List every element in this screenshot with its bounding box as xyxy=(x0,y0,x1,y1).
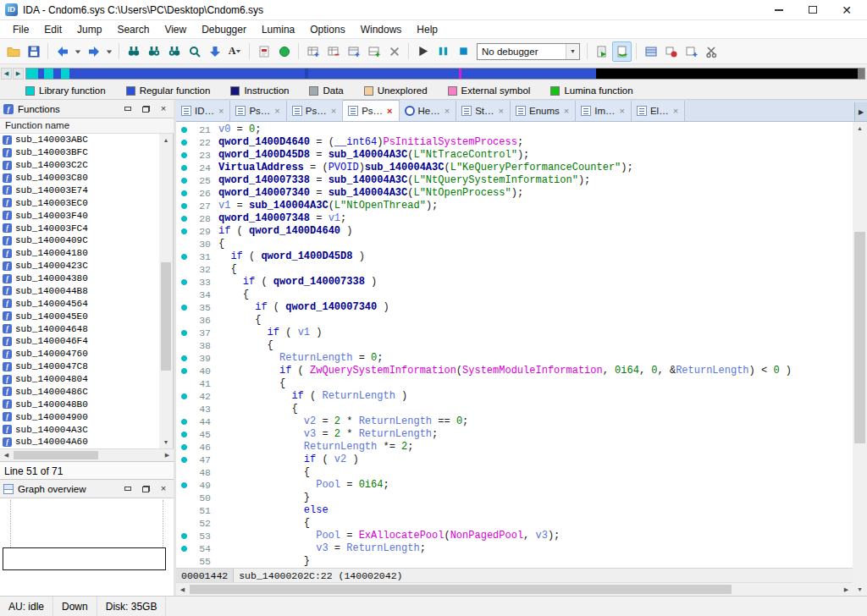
breakpoint-gutter[interactable] xyxy=(176,178,191,184)
code-line[interactable]: 36 { xyxy=(176,314,853,327)
breakpoint-gutter[interactable] xyxy=(176,457,191,463)
function-row[interactable]: fsub_140003C80 xyxy=(0,172,159,184)
member-add-icon[interactable] xyxy=(364,41,384,62)
breakpoint-gutter[interactable] xyxy=(176,140,191,146)
segments-icon[interactable] xyxy=(641,41,660,62)
minimize-button[interactable] xyxy=(762,0,796,19)
search-data-icon[interactable] xyxy=(144,41,163,62)
breakpoint-gutter[interactable] xyxy=(176,203,191,209)
tab-pseudocode[interactable]: Ps…× xyxy=(230,101,286,121)
breakpoint-gutter[interactable] xyxy=(176,165,191,171)
code-line[interactable]: 49 Pool = 0i64; xyxy=(176,479,853,492)
navigate-back-icon[interactable] xyxy=(52,41,72,62)
code-line[interactable]: 40 if ( ZwQuerySystemInformation(SystemM… xyxy=(176,365,853,377)
tab-scroll-right-icon[interactable]: ▶ xyxy=(854,102,867,121)
breakpoint-gutter[interactable] xyxy=(176,190,191,196)
code-vscroll-thumb[interactable] xyxy=(854,232,865,443)
tab-enums[interactable]: Enums× xyxy=(511,101,576,121)
ascii-string-icon[interactable]: A xyxy=(225,41,245,62)
open-file-icon[interactable] xyxy=(3,41,23,62)
code-line[interactable]: 51 else xyxy=(176,504,853,517)
code-line[interactable]: 26qword_140007340 = sub_140004A3C(L"NtOp… xyxy=(176,187,853,200)
breakpoint-gutter[interactable] xyxy=(176,368,191,374)
code-line[interactable]: 45 v3 = 2 * ReturnLength; xyxy=(176,428,853,441)
tab-pseudocode[interactable]: Ps…× xyxy=(287,101,343,121)
code-line[interactable]: 55 } xyxy=(176,555,853,568)
graph-overview-canvas[interactable] xyxy=(0,498,174,596)
tab-ida-view[interactable]: ID…× xyxy=(176,101,230,121)
code-line[interactable]: 23qword_1400D45D8 = sub_140004A3C(L"NtTr… xyxy=(176,149,853,162)
tab-close-icon[interactable]: × xyxy=(273,106,280,116)
scroll-left-icon[interactable]: ◀ xyxy=(176,583,189,596)
code-line[interactable]: 53 Pool = ExAllocatePool(NonPagedPool, v… xyxy=(176,530,853,542)
navband-scroll-right-icon[interactable]: ▶ xyxy=(13,68,24,80)
function-row[interactable]: fsub_140003F40 xyxy=(0,209,159,222)
function-row[interactable]: fsub_140004804 xyxy=(0,373,159,386)
search-text-icon[interactable] xyxy=(164,41,184,62)
code-line[interactable]: 54 v3 = ReturnLength; xyxy=(176,542,853,555)
function-row[interactable]: fsub_140003EC0 xyxy=(0,196,159,209)
lumina-icon[interactable] xyxy=(274,41,294,62)
menu-lumina[interactable]: Lumina xyxy=(254,21,302,38)
scroll-right-icon[interactable]: ▶ xyxy=(161,449,174,461)
navigation-band[interactable] xyxy=(25,68,865,80)
breakpoint-gutter[interactable] xyxy=(176,533,191,539)
scroll-up-icon[interactable]: ▲ xyxy=(853,122,867,135)
graph-viewport-rect[interactable] xyxy=(3,547,166,570)
panel-float-button[interactable] xyxy=(139,103,152,115)
function-row[interactable]: fsub_140004564 xyxy=(0,297,159,310)
code-line[interactable]: 39 ReturnLength = 0; xyxy=(176,352,853,365)
breakpoint-gutter[interactable] xyxy=(176,127,191,133)
breakpoint-gutter[interactable] xyxy=(176,279,191,285)
function-row[interactable]: fsub_1400046F4 xyxy=(0,335,159,348)
menu-view[interactable]: View xyxy=(157,21,194,38)
code-line[interactable]: 28qword_140007348 = v1; xyxy=(176,212,853,225)
code-line[interactable]: 46 ReturnLength *= 2; xyxy=(176,441,853,454)
function-row[interactable]: fsub_1400047C8 xyxy=(0,360,159,373)
code-vscrollbar[interactable]: ▲ ▼ xyxy=(853,122,867,596)
function-row[interactable]: fsub_140004A60 xyxy=(0,436,159,448)
functions-hscroll-thumb[interactable] xyxy=(14,451,98,459)
tab-close-icon[interactable]: × xyxy=(563,106,570,116)
patch-program-icon[interactable] xyxy=(702,41,721,62)
function-row[interactable]: fsub_1400048B0 xyxy=(0,398,159,410)
menu-search[interactable]: Search xyxy=(109,21,157,38)
start-process-icon[interactable] xyxy=(413,41,433,62)
menu-windows[interactable]: Windows xyxy=(353,21,410,38)
code-hscroll-thumb[interactable] xyxy=(190,585,732,594)
breakpoint-list-icon[interactable] xyxy=(661,41,681,62)
scroll-right-icon[interactable]: ▶ xyxy=(840,583,853,596)
union-add-icon[interactable] xyxy=(344,41,363,62)
code-line[interactable]: 33 if ( qword_140007338 ) xyxy=(176,276,853,289)
breakpoint-gutter[interactable] xyxy=(176,393,191,399)
close-button[interactable]: ✕ xyxy=(830,0,864,19)
code-line[interactable]: 22qword_1400D4640 = (__int64)PsInitialSy… xyxy=(176,136,853,149)
menu-options[interactable]: Options xyxy=(302,21,352,38)
tab-structures[interactable]: St…× xyxy=(456,101,511,121)
breakpoint-gutter[interactable] xyxy=(176,444,191,450)
breakpoint-gutter[interactable] xyxy=(176,228,191,234)
attach-process-icon[interactable] xyxy=(592,41,611,62)
tab-imports[interactable]: Im…× xyxy=(576,101,632,121)
breakpoint-gutter[interactable] xyxy=(176,419,191,425)
tab-close-icon[interactable]: × xyxy=(330,106,337,116)
functions-vscroll-thumb[interactable] xyxy=(161,262,171,371)
script-command-icon[interactable] xyxy=(254,41,273,62)
functions-vscrollbar[interactable]: ▲ ▼ xyxy=(159,134,173,448)
function-row[interactable]: fsub_14000423C xyxy=(0,260,159,272)
function-row[interactable]: fsub_14000486C xyxy=(0,386,159,399)
menu-help[interactable]: Help xyxy=(409,21,445,38)
breakpoint-gutter[interactable] xyxy=(176,355,191,361)
maximize-button[interactable] xyxy=(796,0,830,19)
code-line[interactable]: 24VirtualAddress = (PVOID)sub_140004A3C(… xyxy=(176,162,853,174)
code-line[interactable]: 35 if ( qword_140007340 ) xyxy=(176,301,853,314)
search-code-icon[interactable] xyxy=(124,41,143,62)
function-row[interactable]: fsub_140004180 xyxy=(0,247,159,260)
panel-close-button[interactable]: × xyxy=(157,103,170,115)
code-line[interactable]: 52 { xyxy=(176,517,853,530)
pseudocode-view[interactable]: 21v0 = 0;22qword_1400D4640 = (__int64)Ps… xyxy=(176,122,853,568)
code-line[interactable]: 34 { xyxy=(176,289,853,301)
code-line[interactable]: 41 { xyxy=(176,377,853,390)
breakpoint-gutter[interactable] xyxy=(176,216,191,222)
tab-pseudocode[interactable]: Ps…× xyxy=(343,100,399,121)
